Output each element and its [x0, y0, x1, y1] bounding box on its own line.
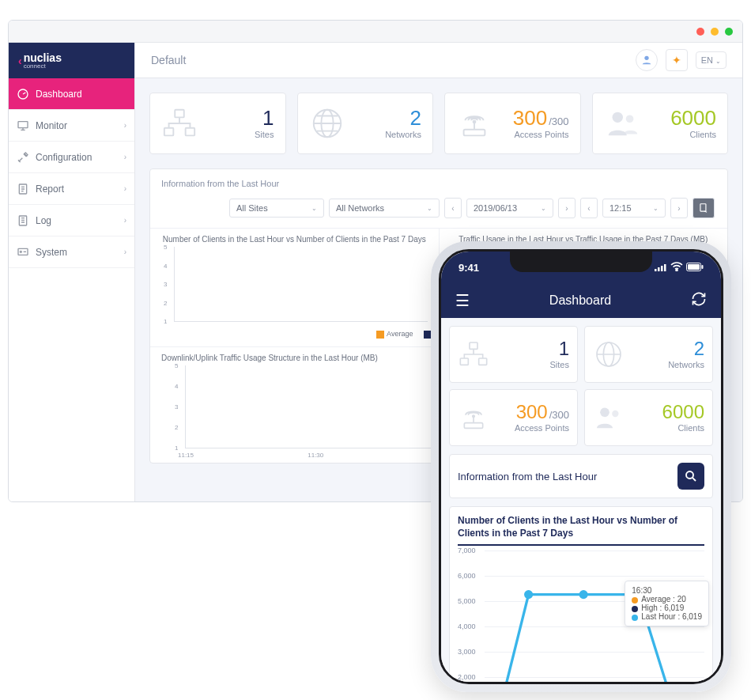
page-title: Default	[151, 54, 186, 66]
tile-value: 2	[355, 108, 422, 128]
wifi-icon	[670, 262, 683, 274]
chart-title: Number of Clients in the Last Hour vs Nu…	[161, 235, 428, 244]
svg-point-6	[644, 56, 648, 60]
ptile-sites[interactable]: 1Sites	[449, 326, 578, 383]
phone-title: Dashboard	[549, 293, 611, 308]
phone-info-bar: Information from the Last Hour	[449, 454, 713, 498]
system-icon	[17, 246, 29, 259]
sidebar-item-label: Report	[36, 184, 64, 195]
tile-label: Sites	[207, 130, 274, 139]
ap-icon	[456, 105, 492, 142]
sidebar: ‹ nuclias connect Dashboard Monitor ›	[9, 43, 135, 501]
tile-value: 300	[513, 106, 547, 130]
report-icon	[17, 183, 29, 195]
sidebar-item-label: Monitor	[36, 120, 67, 131]
svg-point-34	[686, 471, 693, 479]
phone-mockup: 9:41 ☰ Dashboard	[431, 241, 731, 692]
network-icon[interactable]: ✦	[666, 49, 688, 71]
filter-sites[interactable]: All Sites⌄	[229, 199, 324, 218]
search-button[interactable]	[677, 463, 704, 490]
clients-icon	[593, 402, 625, 433]
svg-point-14	[612, 112, 622, 123]
chevron-right-icon: ›	[124, 216, 126, 225]
svg-rect-9	[186, 128, 195, 136]
svg-rect-27	[479, 358, 487, 365]
sidebar-item-report[interactable]: Report ›	[9, 173, 134, 205]
tile-value: 1	[207, 108, 274, 128]
sites-icon	[458, 339, 489, 370]
hamburger-icon[interactable]: ☰	[455, 291, 470, 310]
date-prev[interactable]: ‹	[444, 198, 462, 218]
svg-point-15	[625, 115, 633, 123]
tile-clients[interactable]: 6000Clients	[592, 93, 729, 154]
sidebar-item-label: Log	[36, 215, 51, 226]
svg-rect-20	[664, 264, 666, 271]
ptile-networks[interactable]: 2Networks	[584, 326, 713, 383]
chevron-down-icon: ⌄	[541, 205, 546, 212]
svg-rect-13	[464, 130, 485, 136]
user-avatar-icon[interactable]	[636, 49, 658, 71]
svg-rect-8	[164, 128, 174, 136]
time-next[interactable]: ›	[670, 198, 688, 218]
tooltip-time: 16:30	[632, 586, 702, 595]
phone-time: 9:41	[459, 262, 479, 274]
sidebar-item-monitor[interactable]: Monitor ›	[9, 110, 134, 142]
svg-rect-26	[460, 358, 468, 365]
phone-chart: Number of Clients in the Last Hour vs Nu…	[449, 506, 713, 682]
filter-time[interactable]: 12:15⌄	[602, 199, 666, 218]
svg-point-5	[20, 251, 21, 252]
filter-bar: All Sites⌄ All Networks⌄ ‹ 2019/06/13⌄ ›…	[150, 198, 727, 228]
chart-tooltip: 16:30 Average : 20 High : 6,019 Last Hou…	[625, 581, 709, 626]
sidebar-item-dashboard[interactable]: Dashboard	[9, 78, 134, 110]
browser-titlebar	[9, 21, 742, 43]
chevron-right-icon: ›	[124, 121, 126, 130]
sidebar-item-label: Configuration	[36, 152, 92, 163]
tile-sub: /300	[549, 115, 568, 127]
tile-networks[interactable]: 2Networks	[297, 93, 434, 154]
ptile-clients[interactable]: 6000Clients	[584, 389, 713, 446]
sidebar-item-configuration[interactable]: Configuration ›	[9, 142, 134, 173]
phone-body: 1Sites 2Networks 300/300Access Points 60…	[441, 318, 721, 682]
tile-label: Access Points	[502, 130, 569, 139]
brand-logo: ‹ nuclias connect	[9, 43, 134, 78]
logo-chevron-icon: ‹	[18, 55, 22, 67]
tools-icon	[17, 151, 29, 164]
chevron-down-icon: ⌄	[311, 205, 317, 212]
refresh-icon[interactable]	[691, 291, 707, 310]
ptile-aps[interactable]: 300/300Access Points	[449, 389, 578, 446]
language-select[interactable]: EN ⌄	[696, 51, 726, 69]
svg-rect-23	[688, 264, 700, 270]
tile-sites[interactable]: 1Sites	[149, 93, 286, 154]
filter-date[interactable]: 2019/06/13⌄	[466, 199, 553, 218]
sidebar-item-log[interactable]: Log ›	[9, 205, 134, 236]
filter-networks[interactable]: All Networks⌄	[329, 199, 440, 218]
svg-rect-17	[655, 269, 657, 271]
clients-icon	[604, 105, 640, 142]
phone-chart-title: Number of Clients in the Last Hour vs Nu…	[458, 515, 704, 546]
panel-title: Information from the Last Hour	[150, 169, 727, 198]
chevron-right-icon: ›	[124, 184, 126, 193]
svg-point-33	[612, 411, 618, 417]
window-close-icon[interactable]	[696, 28, 704, 36]
ap-icon	[458, 402, 489, 433]
window-min-icon[interactable]	[711, 28, 719, 36]
dashboard-icon	[17, 88, 29, 100]
export-button[interactable]	[693, 198, 715, 218]
tile-access-points[interactable]: 300/300Access Points	[444, 93, 581, 154]
svg-rect-7	[175, 110, 184, 118]
window-max-icon[interactable]	[725, 28, 733, 36]
svg-rect-1	[18, 121, 28, 127]
signal-icon	[655, 262, 667, 274]
svg-point-36	[579, 590, 588, 599]
sidebar-item-system[interactable]: System ›	[9, 236, 134, 268]
date-next[interactable]: ›	[558, 198, 576, 218]
svg-rect-31	[464, 423, 482, 429]
svg-point-32	[600, 408, 609, 418]
sites-icon	[161, 105, 198, 142]
tile-label: Clients	[650, 130, 717, 139]
svg-point-35	[524, 590, 533, 599]
time-prev[interactable]: ‹	[580, 198, 598, 218]
svg-rect-16	[700, 204, 706, 211]
svg-rect-19	[661, 266, 663, 271]
phone-info-label: Information from the Last Hour	[458, 471, 597, 482]
